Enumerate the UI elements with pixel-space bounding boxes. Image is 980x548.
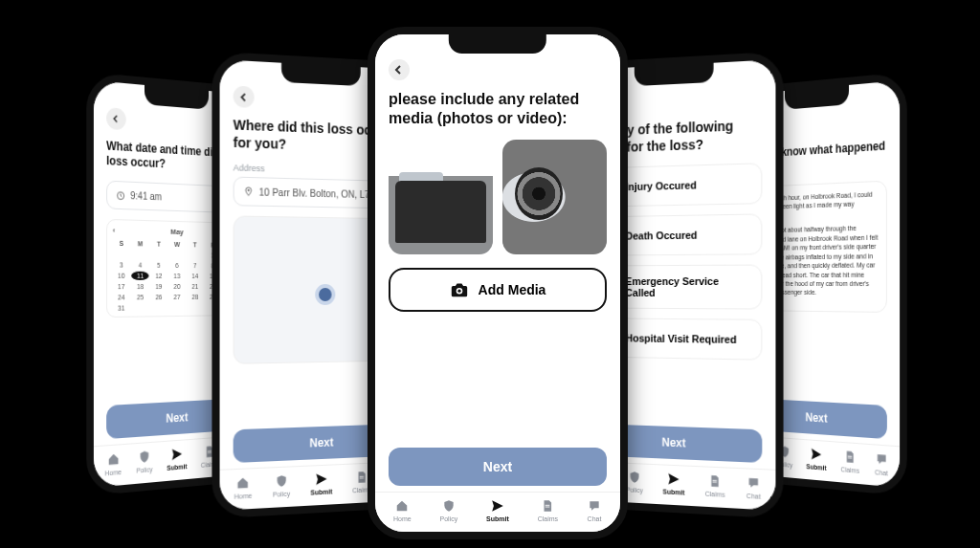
tab-claims[interactable]: Claims: [705, 473, 725, 498]
tab-home[interactable]: Home: [393, 498, 412, 522]
shield-icon: [441, 498, 457, 514]
back-button[interactable]: [106, 107, 126, 130]
cal-day[interactable]: 19: [150, 282, 167, 291]
camera-icon: [450, 281, 469, 298]
shield-icon: [138, 449, 152, 465]
tab-label: Claims: [840, 466, 858, 474]
svg-rect-9: [546, 507, 550, 508]
cal-day[interactable]: 26: [150, 293, 167, 301]
send-icon: [314, 471, 328, 488]
cal-day[interactable]: 18: [132, 282, 149, 291]
cal-day[interactable]: 20: [168, 282, 185, 291]
cal-day[interactable]: 31: [113, 303, 130, 312]
phone-media: please include any related media (photos…: [368, 27, 628, 539]
cal-day[interactable]: 28: [187, 293, 203, 301]
option-label: Death Occured: [626, 230, 698, 242]
home-icon: [394, 498, 410, 514]
tab-label: Home: [105, 469, 122, 477]
media-thumbnail[interactable]: [502, 140, 607, 254]
cal-day[interactable]: 21: [187, 282, 203, 291]
option-label: Hospital Visit Required: [626, 332, 737, 345]
shield-icon: [627, 470, 641, 486]
shield-icon: [274, 473, 289, 490]
cal-day[interactable]: 17: [113, 282, 130, 291]
stage: { "common": { "next_label": "Next", "tab…: [0, 0, 980, 548]
tab-submit[interactable]: Submit: [311, 471, 333, 495]
cal-dow: T: [187, 240, 203, 249]
send-icon: [170, 446, 184, 462]
add-media-button[interactable]: Add Media: [389, 268, 607, 312]
svg-point-3: [248, 189, 250, 191]
media-thumbnail[interactable]: [389, 140, 493, 254]
tab-label: Claims: [705, 491, 725, 498]
tab-label: Submit: [486, 515, 509, 522]
tab-label: Chat: [588, 515, 602, 522]
tab-home[interactable]: Home: [105, 450, 122, 476]
tab-label: Home: [234, 493, 253, 500]
tab-claims[interactable]: Claims: [840, 449, 858, 474]
cal-dow: W: [168, 240, 185, 249]
tab-home[interactable]: Home: [234, 474, 253, 499]
cal-day[interactable]: 14: [187, 272, 203, 280]
page-title: please include any related media (photos…: [389, 90, 607, 128]
cal-dow: M: [132, 239, 149, 248]
tab-label: Submit: [167, 463, 187, 471]
cal-month: May: [170, 228, 184, 236]
tab-submit[interactable]: Submit: [167, 446, 187, 471]
tab-claims[interactable]: Claims: [538, 498, 558, 522]
option-label: Emergency Service Called: [626, 275, 752, 298]
cal-day[interactable]: 5: [150, 261, 167, 270]
tab-policy[interactable]: Policy: [626, 470, 643, 494]
tab-submit[interactable]: Submit: [807, 446, 827, 471]
map-pin-icon: [315, 284, 335, 305]
tab-submit[interactable]: Submit: [663, 471, 685, 495]
notch: [281, 61, 361, 86]
cal-day[interactable]: 24: [113, 293, 130, 301]
chat-icon: [587, 498, 602, 514]
cal-day[interactable]: 6: [168, 261, 185, 270]
cal-dow: S: [113, 239, 130, 249]
send-icon: [490, 498, 505, 514]
add-media-label: Add Media: [479, 282, 546, 297]
tab-label: Claims: [538, 515, 558, 522]
cal-dow: T: [150, 239, 167, 248]
cal-day[interactable]: 10: [113, 272, 130, 280]
home-icon: [106, 450, 121, 468]
cal-day[interactable]: 27: [168, 293, 185, 301]
tab-chat[interactable]: Chat: [746, 475, 761, 500]
tab-label: Policy: [136, 466, 152, 474]
back-button[interactable]: [234, 85, 255, 107]
tab-label: Submit: [311, 488, 333, 495]
chat-icon: [746, 475, 761, 492]
tab-chat[interactable]: Chat: [587, 498, 602, 522]
tab-label: Chat: [746, 493, 761, 500]
cal-day[interactable]: 25: [132, 293, 149, 301]
cal-day[interactable]: 12: [150, 272, 167, 280]
tab-policy[interactable]: Policy: [440, 498, 458, 522]
cal-day[interactable]: 11: [132, 272, 149, 280]
next-button[interactable]: Next: [389, 448, 607, 486]
tab-chat[interactable]: Chat: [874, 451, 888, 477]
tab-label: Policy: [626, 486, 643, 493]
tab-policy[interactable]: Policy: [273, 473, 290, 498]
cal-prev-icon[interactable]: ‹: [113, 226, 115, 234]
tab-label: Submit: [663, 488, 685, 495]
media-thumbnails: [389, 140, 607, 254]
back-button[interactable]: [389, 59, 410, 80]
cal-day[interactable]: 13: [168, 272, 185, 280]
cal-day[interactable]: 4: [132, 260, 149, 269]
tab-label: Home: [393, 515, 412, 522]
home-icon: [235, 474, 251, 491]
tab-policy[interactable]: Policy: [136, 449, 152, 474]
tab-label: Policy: [440, 515, 458, 522]
tab-label: Chat: [875, 469, 888, 476]
cal-day[interactable]: 7: [187, 261, 203, 270]
time-value: 9:41 am: [130, 190, 162, 202]
cal-day[interactable]: 3: [113, 260, 130, 269]
tab-submit[interactable]: Submit: [486, 498, 509, 522]
tab-label: Submit: [807, 463, 827, 471]
tab-label: Policy: [273, 491, 290, 498]
clock-icon: [116, 190, 124, 201]
send-icon: [810, 446, 823, 462]
document-icon: [843, 449, 858, 465]
